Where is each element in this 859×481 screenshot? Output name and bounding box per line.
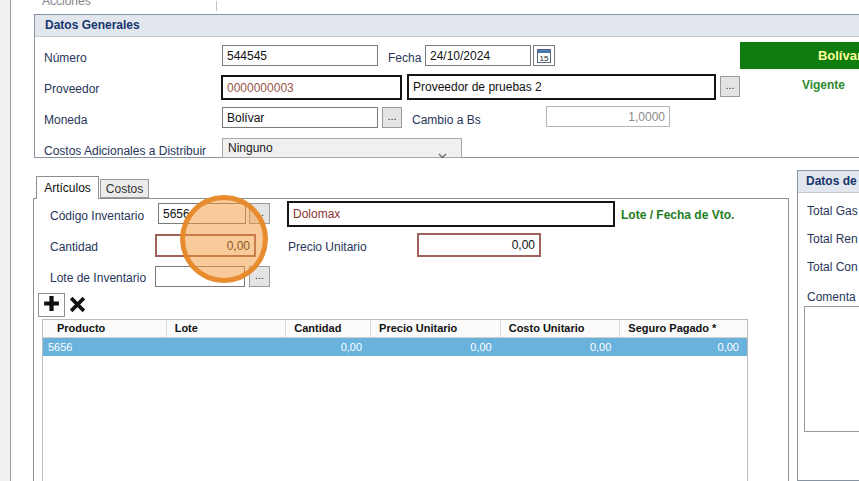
cambio-input[interactable] xyxy=(546,106,670,127)
col-header-seguro-pagado[interactable]: Seguro Pagado * xyxy=(619,320,747,337)
codigo-inventario-browse-button[interactable]: ... xyxy=(249,203,270,224)
precio-unitario-input[interactable] xyxy=(417,233,541,257)
total-renglones-label: Total Ren xyxy=(807,232,858,246)
codigo-inventario-input[interactable] xyxy=(158,203,246,224)
cantidad-input[interactable] xyxy=(155,234,256,257)
add-row-button[interactable] xyxy=(38,293,65,317)
proveedor-label: Proveedor xyxy=(44,82,99,96)
plus-icon xyxy=(42,294,61,316)
costos-adicionales-value: Ninguno xyxy=(228,141,273,155)
currency-banner: Bolívar xyxy=(740,42,859,69)
menu-acciones[interactable]: Acciones xyxy=(42,0,91,8)
items-grid[interactable]: Producto Lote Cantidad Precio Unitario C… xyxy=(42,319,748,481)
cell-precio-unitario: 0,00 xyxy=(370,338,500,356)
proveedor-code-input[interactable] xyxy=(221,75,402,100)
cell-producto: 5656 xyxy=(43,338,166,356)
top-menu-strip: Acciones xyxy=(0,0,859,13)
col-header-producto[interactable]: Producto xyxy=(43,320,166,337)
proveedor-name-input[interactable] xyxy=(407,74,716,100)
total-contado-label: Total Con xyxy=(807,260,858,274)
total-gastos-label: Total Gas xyxy=(807,204,858,218)
comentario-textarea[interactable] xyxy=(804,306,859,432)
lote-inventario-browse-button[interactable]: ... xyxy=(249,266,270,287)
cambio-label: Cambio a Bs xyxy=(412,113,481,127)
table-row-selected[interactable]: 5656 0,00 0,00 0,00 0,00 xyxy=(43,338,747,356)
cell-cantidad: 0,00 xyxy=(285,338,370,356)
lote-inventario-label: Lote de Inventario xyxy=(50,271,146,285)
fecha-calendar-button[interactable]: 15 xyxy=(533,45,555,66)
lote-fecha-vto-label: Lote / Fecha de Vto. xyxy=(621,208,734,222)
delete-row-button[interactable] xyxy=(66,294,89,317)
comentario-label: Comenta xyxy=(807,290,856,304)
fecha-label: Fecha xyxy=(388,51,421,65)
calendar-icon: 15 xyxy=(537,49,551,63)
lote-inventario-input[interactable] xyxy=(155,266,245,287)
moneda-browse-button[interactable]: ... xyxy=(382,107,402,128)
window-left-border xyxy=(10,0,11,481)
menu-divider xyxy=(216,1,217,11)
datos-generales-title: Datos Generales xyxy=(35,15,859,37)
cantidad-label: Cantidad xyxy=(50,240,98,254)
app-window: Acciones Datos Generales Número Fecha 15… xyxy=(0,0,859,481)
chevron-down-icon xyxy=(438,146,447,164)
grid-header-row: Producto Lote Cantidad Precio Unitario C… xyxy=(43,320,747,338)
side-panel-group: Datos de I Total Gas Total Ren Total Con… xyxy=(797,170,859,481)
col-header-cantidad[interactable]: Cantidad xyxy=(285,320,370,337)
side-panel-title: Datos de I xyxy=(798,171,859,193)
x-icon xyxy=(69,296,86,316)
status-badge: Vigente xyxy=(740,78,852,92)
tab-costos[interactable]: Costos xyxy=(100,179,149,198)
proveedor-browse-button[interactable]: ... xyxy=(720,76,740,97)
cell-costo-unitario: 0,00 xyxy=(500,338,620,356)
codigo-inventario-label: Código Inventario xyxy=(50,209,144,223)
numero-input[interactable] xyxy=(222,45,378,66)
numero-label: Número xyxy=(44,51,87,65)
col-header-lote[interactable]: Lote xyxy=(166,320,286,337)
moneda-label: Moneda xyxy=(44,113,87,127)
costos-adicionales-dropdown[interactable]: Ninguno xyxy=(222,138,462,158)
fecha-input[interactable] xyxy=(425,45,531,66)
tab-articulos[interactable]: Artículos xyxy=(36,176,99,199)
moneda-input[interactable] xyxy=(222,107,378,128)
window-left-margin xyxy=(0,0,10,481)
producto-nombre-input[interactable] xyxy=(287,201,615,227)
col-header-costo-unitario[interactable]: Costo Unitario xyxy=(500,320,620,337)
precio-unitario-label: Precio Unitario xyxy=(288,240,367,254)
col-header-precio-unitario[interactable]: Precio Unitario xyxy=(370,320,500,337)
cell-seguro-pagado: 0,00 xyxy=(619,338,747,356)
costos-adicionales-label: Costos Adicionales a Distribuir xyxy=(44,144,206,158)
cell-lote xyxy=(166,338,286,356)
